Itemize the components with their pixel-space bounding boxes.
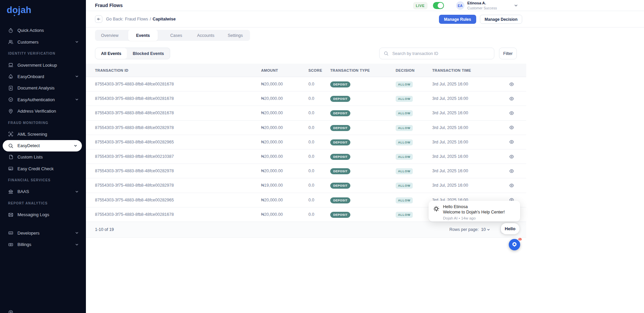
column-header-amount: AMOUNT bbox=[261, 68, 308, 72]
actions-cell bbox=[509, 169, 526, 174]
table-row[interactable]: 87554303-3f75-4883-8fb8-48fce00282978₦20… bbox=[86, 121, 526, 135]
view-event-eye-icon[interactable] bbox=[509, 111, 514, 116]
tab-accounts[interactable]: Accounts bbox=[191, 30, 220, 41]
view-event-eye-icon[interactable] bbox=[509, 96, 514, 101]
sidebar-item-easyauthentication[interactable]: EasyAuthentication bbox=[0, 94, 86, 105]
type-badge: DEPOSIT bbox=[330, 197, 350, 203]
transaction-type-cell: DEPOSIT bbox=[330, 211, 396, 218]
decision-badge: ALLOW bbox=[396, 212, 413, 218]
score-cell: 0.0 bbox=[308, 82, 330, 86]
filter-button[interactable]: Filter bbox=[499, 48, 517, 59]
transaction-type-cell: DEPOSIT bbox=[330, 168, 396, 174]
search-box bbox=[379, 48, 494, 59]
table-row[interactable]: 87554303-3f75-4883-8fb8-48fce00282965₦20… bbox=[86, 135, 526, 149]
sidebar-item-label: EasyDetect bbox=[17, 143, 70, 148]
user-role: Customer Success bbox=[467, 6, 497, 10]
sidebar-item-easydetect[interactable]: EasyDetect bbox=[3, 140, 82, 151]
search-input[interactable] bbox=[392, 51, 490, 56]
score-cell: 0.0 bbox=[308, 154, 330, 159]
chat-hello-button[interactable]: Hello bbox=[501, 223, 519, 234]
table-row[interactable]: 87554303-3f75-4883-8fb8-48fce00282978₦20… bbox=[86, 164, 526, 178]
column-header-transaction-time: TRANSACTION TIME bbox=[432, 68, 509, 72]
sidebar-item-baas[interactable]: BAAS bbox=[0, 186, 86, 197]
manage-decision-button[interactable]: Manage Decision bbox=[480, 15, 522, 24]
sidebar-item-label: EasyOnboard bbox=[17, 74, 71, 79]
column-header-decision: DECISION bbox=[396, 68, 432, 72]
sidebar-item-aml-screening[interactable]: AML Screening bbox=[0, 128, 86, 140]
sidebar-item-address-verification[interactable]: Address Verification bbox=[0, 105, 86, 117]
sidebar-item-government-lookup[interactable]: Government Lookup bbox=[0, 59, 86, 71]
view-event-eye-icon[interactable] bbox=[509, 82, 514, 87]
user-menu-chevron-down-icon[interactable] bbox=[514, 4, 518, 7]
easyonboard-icon bbox=[8, 74, 13, 79]
sidebar-item-custom-lists[interactable]: Custom Lists bbox=[0, 151, 86, 163]
transaction-type-cell: DEPOSIT bbox=[330, 81, 396, 87]
amount-cell: ₦20,000.00 bbox=[261, 140, 308, 144]
amount-cell: ₦20,000.00 bbox=[261, 212, 308, 217]
live-badge: LIVE bbox=[413, 2, 428, 9]
view-event-eye-icon[interactable] bbox=[509, 169, 514, 174]
topbar-right: LIVE EA Etinosa A. Customer Success bbox=[413, 0, 497, 11]
sidebar-item-label: Easy Credit Check bbox=[17, 166, 79, 171]
sidebar-item-label: Quick Actions bbox=[17, 28, 79, 33]
sidebar-item-quick-actions[interactable]: Quick Actions bbox=[0, 25, 86, 36]
user-name: Etinosa A. bbox=[467, 1, 497, 6]
transaction-type-cell: DEPOSIT bbox=[330, 95, 396, 102]
score-cell: 0.0 bbox=[308, 212, 330, 217]
chevron-down-icon bbox=[487, 228, 490, 231]
dojah-ai-starburst-icon bbox=[433, 205, 440, 218]
table-row[interactable]: 87554303-3f75-4883-8fb8-48fce00281678₦20… bbox=[86, 77, 526, 91]
decision-cell: ALLOW bbox=[396, 197, 432, 203]
pagination-controls: Rows per page: 10 bbox=[449, 222, 507, 238]
column-header-transaction-type: TRANSACTION TYPE bbox=[330, 68, 396, 72]
table-row[interactable]: 87554303-3f75-4883-8fb8-48fce00282978₦19… bbox=[86, 178, 526, 193]
chat-launcher-button[interactable]: 1 bbox=[509, 239, 520, 250]
tab-events[interactable]: Events bbox=[128, 30, 158, 41]
manage-rules-button[interactable]: Manage Rules bbox=[439, 15, 476, 24]
tab-overview[interactable]: Overview bbox=[95, 30, 125, 41]
table-body: 87554303-3f75-4883-8fb8-48fce00281678₦20… bbox=[86, 77, 526, 222]
tab-cases[interactable]: Cases bbox=[161, 30, 191, 41]
user-meta: Etinosa A. Customer Success bbox=[467, 1, 497, 10]
sidebar-item-customers[interactable]: Customers bbox=[0, 36, 86, 48]
transaction-type-cell: DEPOSIT bbox=[330, 182, 396, 189]
view-event-eye-icon[interactable] bbox=[509, 183, 514, 188]
sidebar-item-partial-icon[interactable] bbox=[8, 310, 13, 313]
transaction-time-cell: 3rd Jul, 2025 16:00 bbox=[432, 111, 509, 115]
pagination-range: 1-10 of 19 bbox=[95, 227, 114, 232]
sidebar-item-easyonboard[interactable]: EasyOnboard bbox=[0, 71, 86, 82]
subtab-blocked-events[interactable]: Blocked Events bbox=[127, 48, 169, 59]
table-row[interactable]: 87554303-3f75-4883-8fb8-48fce00281678₦20… bbox=[86, 106, 526, 120]
chat-notification-card[interactable]: Hello Etinosa Welcome to Dojah's Help Ce… bbox=[429, 201, 520, 222]
view-event-eye-icon[interactable] bbox=[509, 125, 514, 130]
breadcrumb-parent[interactable]: Fraud Flows bbox=[125, 17, 148, 21]
avatar[interactable]: EA bbox=[456, 1, 464, 10]
amount-cell: ₦20,000.00 bbox=[261, 198, 308, 202]
sidebar-item-messaging-logs[interactable]: Messaging Logs bbox=[0, 209, 86, 221]
subtab-all-events[interactable]: All Events bbox=[95, 48, 127, 59]
dojah-logo-dot bbox=[14, 15, 15, 16]
live-toggle-knob bbox=[438, 3, 443, 8]
sidebar-item-label: Developers bbox=[17, 231, 71, 236]
view-event-eye-icon[interactable] bbox=[509, 154, 514, 159]
view-event-eye-icon[interactable] bbox=[509, 139, 514, 144]
table-row[interactable]: 87554303-3f75-4883-8fb8-48fce00210387₦20… bbox=[86, 149, 526, 164]
table-row[interactable]: 87554303-3f75-4883-8fb8-48fce00281678₦20… bbox=[86, 91, 526, 106]
transaction-time-cell: 3rd Jul, 2025 16:00 bbox=[432, 125, 509, 130]
document-analysis-icon bbox=[8, 85, 13, 91]
sidebar-item-easy-credit-check[interactable]: Easy Credit Check bbox=[0, 163, 86, 174]
sidebar-item-label: Address Verification bbox=[17, 109, 79, 114]
actions-cell bbox=[509, 96, 526, 101]
sidebar-item-document-analysis[interactable]: Document Analysis bbox=[0, 82, 86, 94]
live-toggle[interactable] bbox=[433, 2, 444, 9]
column-header-score: SCORE bbox=[308, 68, 330, 72]
toolbar: Go Back: Fraud Flows / Capitalwise Manag… bbox=[86, 11, 644, 27]
amount-cell: ₦20,000.00 bbox=[261, 111, 308, 115]
back-button[interactable] bbox=[95, 15, 102, 23]
tab-settings[interactable]: Settings bbox=[220, 30, 250, 41]
rows-per-page-select[interactable]: 10 bbox=[481, 227, 490, 232]
sidebar-item-billings[interactable]: Billings bbox=[0, 239, 86, 250]
dojah-logo: dojah bbox=[7, 5, 32, 15]
sidebar-item-developers[interactable]: DEVDevelopers bbox=[0, 227, 86, 239]
controls-row: All EventsBlocked Events Filter bbox=[86, 48, 644, 59]
